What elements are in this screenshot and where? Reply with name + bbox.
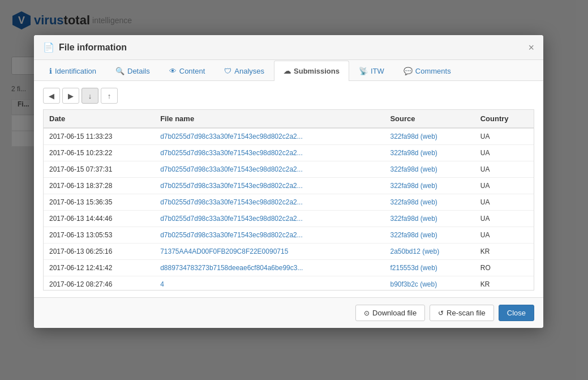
download-nav-btn[interactable]: ↓	[81, 88, 98, 104]
cell-source[interactable]: 322fa98d (web)	[384, 145, 474, 161]
cell-source[interactable]: 322fa98d (web)	[384, 227, 474, 244]
cell-date: 2017-06-12 08:27:46	[44, 276, 154, 291]
identification-icon: ℹ	[49, 67, 52, 75]
cell-country: KR	[475, 244, 534, 260]
filename-link[interactable]: d7b0255d7d98c33a30fe71543ec98d802c2a2...	[160, 198, 303, 206]
rescan-icon: ↺	[438, 309, 444, 317]
cell-source[interactable]: 322fa98d (web)	[384, 128, 474, 145]
modal-title: 📄 File information	[43, 42, 127, 53]
source-link[interactable]: b90f3b2c (web)	[390, 280, 437, 288]
submissions-table: Date File name Source Country 2017-06-15…	[44, 110, 534, 291]
content-icon: 👁	[169, 67, 177, 75]
table-row: 2017-06-12 12:41:42d889734783273b7158dee…	[44, 260, 534, 276]
cell-country: UA	[475, 178, 534, 194]
tab-details[interactable]: 🔍 Details	[106, 61, 160, 81]
cell-source[interactable]: 2a50bd12 (web)	[384, 244, 474, 260]
cell-filename[interactable]: d7b0255d7d98c33a30fe71543ec98d802c2a2...	[154, 145, 384, 161]
tab-identification[interactable]: ℹ Identification	[40, 61, 106, 81]
cell-filename[interactable]: d7b0255d7d98c33a30fe71543ec98d802c2a2...	[154, 128, 384, 145]
submissions-icon: ☁	[284, 67, 291, 75]
col-header-date: Date	[44, 110, 154, 128]
submissions-table-wrapper: Date File name Source Country 2017-06-15…	[43, 109, 534, 291]
table-row: 2017-06-13 18:37:28d7b0255d7d98c33a30fe7…	[44, 178, 534, 194]
next-page-btn[interactable]: ▶	[62, 88, 79, 104]
filename-link[interactable]: d7b0255d7d98c33a30fe71543ec98d802c2a2...	[160, 231, 303, 239]
table-header: Date File name Source Country	[44, 110, 534, 128]
nav-controls: ◀ ▶ ↓ ↑	[43, 88, 534, 104]
filename-link[interactable]: d7b0255d7d98c33a30fe71543ec98d802c2a2...	[160, 182, 303, 190]
details-icon: 🔍	[115, 67, 125, 75]
modal-footer: ⊙ Download file ↺ Re-scan file Close	[34, 297, 543, 328]
table-row: 2017-06-15 11:33:23d7b0255d7d98c33a30fe7…	[44, 128, 534, 145]
tab-itw[interactable]: 📡 ITW	[349, 61, 394, 81]
cell-date: 2017-06-13 15:36:35	[44, 194, 154, 211]
source-link[interactable]: 322fa98d (web)	[390, 165, 437, 173]
rescan-file-button[interactable]: ↺ Re-scan file	[430, 305, 494, 321]
cell-date: 2017-06-13 14:44:46	[44, 211, 154, 227]
comments-icon: 💬	[404, 67, 413, 75]
cell-source[interactable]: 322fa98d (web)	[384, 178, 474, 194]
tab-content[interactable]: 👁 Content	[160, 61, 215, 81]
upload-nav-btn[interactable]: ↑	[101, 88, 118, 104]
tab-submissions[interactable]: ☁ Submissions	[274, 61, 349, 81]
cell-country: UA	[475, 211, 534, 227]
cell-country: UA	[475, 194, 534, 211]
cell-source[interactable]: b90f3b2c (web)	[384, 276, 474, 291]
filename-link[interactable]: d7b0255d7d98c33a30fe71543ec98d802c2a2...	[160, 149, 303, 157]
filename-link[interactable]: d7b0255d7d98c33a30fe71543ec98d802c2a2...	[160, 215, 303, 223]
cell-filename[interactable]: d7b0255d7d98c33a30fe71543ec98d802c2a2...	[154, 161, 384, 178]
cell-date: 2017-06-15 10:23:22	[44, 145, 154, 161]
itw-icon: 📡	[359, 67, 368, 75]
cell-filename[interactable]: 71375AA4AD00F0FB209C8F22E0090715	[154, 244, 384, 260]
cell-filename[interactable]: d889734783273b7158deeae6cf804a6be99c3...	[154, 260, 384, 276]
cell-country: KR	[475, 276, 534, 291]
modal-header: 📄 File information ×	[34, 35, 543, 60]
filename-link[interactable]: 4	[160, 280, 164, 288]
cell-filename[interactable]: 4	[154, 276, 384, 291]
source-link[interactable]: 322fa98d (web)	[390, 149, 437, 157]
cell-filename[interactable]: d7b0255d7d98c33a30fe71543ec98d802c2a2...	[154, 227, 384, 244]
filename-link[interactable]: d7b0255d7d98c33a30fe71543ec98d802c2a2...	[160, 165, 303, 173]
download-icon: ⊙	[364, 309, 370, 317]
filename-link[interactable]: d7b0255d7d98c33a30fe71543ec98d802c2a2...	[160, 133, 303, 140]
cell-country: UA	[475, 145, 534, 161]
cell-country: UA	[475, 227, 534, 244]
table-header-row: Date File name Source Country	[44, 110, 534, 128]
cell-source[interactable]: 322fa98d (web)	[384, 194, 474, 211]
table-row: 2017-06-13 15:36:35d7b0255d7d98c33a30fe7…	[44, 194, 534, 211]
cell-filename[interactable]: d7b0255d7d98c33a30fe71543ec98d802c2a2...	[154, 178, 384, 194]
source-link[interactable]: 322fa98d (web)	[390, 182, 437, 190]
analyses-icon: 🛡	[224, 67, 231, 75]
file-information-modal: 📄 File information × ℹ Identification 🔍 …	[34, 35, 543, 328]
modal-close-button[interactable]: ×	[528, 42, 534, 53]
cell-date: 2017-06-13 06:25:16	[44, 244, 154, 260]
source-link[interactable]: 322fa98d (web)	[390, 133, 437, 140]
filename-link[interactable]: 71375AA4AD00F0FB209C8F22E0090715	[160, 247, 288, 255]
source-link[interactable]: 322fa98d (web)	[390, 215, 437, 223]
source-link[interactable]: f215553d (web)	[390, 264, 437, 272]
tab-comments[interactable]: 💬 Comments	[394, 61, 461, 81]
prev-page-btn[interactable]: ◀	[43, 88, 60, 104]
cell-country: UA	[475, 128, 534, 145]
table-row: 2017-06-15 07:37:31d7b0255d7d98c33a30fe7…	[44, 161, 534, 178]
modal-tabs: ℹ Identification 🔍 Details 👁 Content 🛡 A…	[34, 60, 543, 81]
cell-filename[interactable]: d7b0255d7d98c33a30fe71543ec98d802c2a2...	[154, 211, 384, 227]
col-header-filename: File name	[154, 110, 384, 128]
download-file-button[interactable]: ⊙ Download file	[355, 305, 425, 321]
source-link[interactable]: 322fa98d (web)	[390, 231, 437, 239]
cell-source[interactable]: f215553d (web)	[384, 260, 474, 276]
tab-analyses[interactable]: 🛡 Analyses	[214, 61, 274, 81]
source-link[interactable]: 2a50bd12 (web)	[390, 247, 439, 255]
cell-source[interactable]: 322fa98d (web)	[384, 211, 474, 227]
table-row: 2017-06-13 14:44:46d7b0255d7d98c33a30fe7…	[44, 211, 534, 227]
modal-body: ◀ ▶ ↓ ↑ Date File name Source Country 20…	[34, 81, 543, 297]
close-modal-button[interactable]: Close	[499, 305, 534, 321]
cell-country: UA	[475, 161, 534, 178]
table-row: 2017-06-13 13:05:53d7b0255d7d98c33a30fe7…	[44, 227, 534, 244]
cell-source[interactable]: 322fa98d (web)	[384, 161, 474, 178]
cell-date: 2017-06-13 18:37:28	[44, 178, 154, 194]
filename-link[interactable]: d889734783273b7158deeae6cf804a6be99c3...	[160, 264, 303, 272]
cell-filename[interactable]: d7b0255d7d98c33a30fe71543ec98d802c2a2...	[154, 194, 384, 211]
source-link[interactable]: 322fa98d (web)	[390, 198, 437, 206]
col-header-source: Source	[384, 110, 474, 128]
